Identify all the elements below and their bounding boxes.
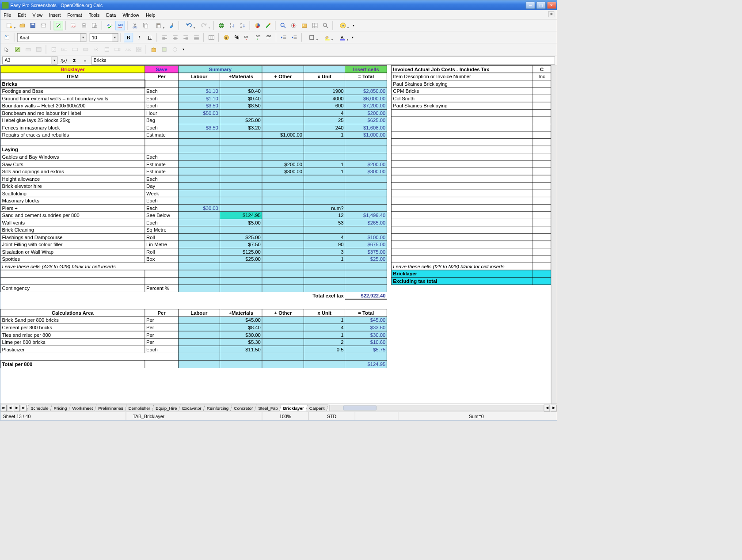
cell-materials[interactable]: $8.50 [220,102,262,110]
cell-materials[interactable]: $0.40 [220,95,262,102]
cell-item[interactable]: Brick Cleaning [0,226,145,234]
form-design-button[interactable] [160,45,169,54]
hscroll-right[interactable]: ▶ [551,404,557,411]
form-nav-button[interactable] [170,45,179,54]
print-button[interactable] [79,21,88,30]
cell-total[interactable]: $25.00 [345,255,387,263]
cell-total[interactable]: $625.00 [345,117,387,124]
cell-per[interactable]: Each [145,124,179,131]
doc-close-button[interactable]: ✕ [548,11,555,18]
cell-labour[interactable] [179,219,220,226]
cell-labour[interactable] [179,233,220,241]
cell-materials[interactable] [220,160,262,168]
cell-unit[interactable]: 600 [304,102,345,110]
cell-unit[interactable] [304,183,345,190]
cell-other[interactable] [262,197,304,205]
cell-total[interactable]: $300.00 [345,168,387,175]
tab-prev-button[interactable]: ◀ [8,404,14,411]
cell-labour[interactable]: $30.00 [179,204,220,212]
cell-labour[interactable]: $3.50 [179,124,220,131]
cell-total[interactable] [345,204,387,212]
form-button[interactable] [34,45,43,54]
close-button[interactable]: ✕ [547,2,556,9]
cell-per[interactable]: Bag [145,117,179,124]
option-button-button[interactable] [91,45,101,54]
font-color-button[interactable]: A [335,33,350,42]
cell-total[interactable]: $33.60 [345,324,387,331]
cell-other[interactable] [262,324,304,331]
bgcolor-button[interactable] [320,33,334,42]
cell-other[interactable] [262,117,304,124]
cell-total[interactable]: $2,850.00 [345,88,387,95]
cell-labour[interactable] [179,197,220,205]
cell-unit[interactable]: 4 [304,233,345,241]
currency-button[interactable]: $ [222,33,231,42]
cell-other[interactable] [262,241,304,248]
cell-item[interactable]: Bondbeam and reo labour for Hebel [0,109,145,117]
cell-per[interactable]: Estimate [145,160,179,168]
decrease-indent-button[interactable] [279,33,289,42]
del-decimal-button[interactable]: .000− [264,33,274,42]
cell-other[interactable]: $200.00 [262,160,304,168]
sheet-tab-demolisher[interactable]: Demolisher [125,404,154,411]
cell-other[interactable] [262,248,304,255]
cellref-dropdown-icon[interactable]: ▾ [51,56,57,64]
sheet-tab-concretor[interactable]: Concretor [230,404,256,411]
right-cell[interactable] [392,124,533,131]
cell-per[interactable]: Roll [145,248,179,255]
cell-materials[interactable] [220,131,262,139]
export-pdf-button[interactable]: PDF [68,21,78,30]
contingency-per[interactable]: Percent % [145,285,179,292]
cell-unit[interactable]: 1 [304,316,345,324]
menu-window[interactable]: Window [119,12,142,17]
cell-materials[interactable]: $124.95 [220,212,262,219]
cell-per[interactable]: Each [145,219,179,226]
cell-per[interactable]: Per [145,316,179,324]
gallery-button[interactable] [300,21,309,30]
cell-item[interactable]: Cement per 800 bricks [0,324,145,331]
cell-per[interactable]: Hour [145,109,179,117]
chart-button[interactable] [253,21,262,30]
increase-indent-button[interactable] [290,33,299,42]
section-laying[interactable]: Laying [0,146,145,153]
cell-item[interactable]: Spotties [0,255,145,263]
undo-button[interactable] [182,21,196,30]
cell-other[interactable] [262,88,304,95]
tab-last-button[interactable]: ⏭ [21,404,27,411]
formula-input[interactable] [91,56,555,64]
cell-total[interactable]: $6,000.00 [345,95,387,102]
standard-format-button[interactable]: $%✕ [243,33,252,42]
font-dropdown-icon[interactable]: ▾ [80,33,87,42]
menu-help[interactable]: Help [142,12,159,17]
cell-materials[interactable] [220,197,262,205]
cell-unit[interactable]: 1 [304,331,345,339]
copy-button[interactable] [141,21,150,30]
cell-total[interactable]: $375.00 [345,248,387,255]
cut-button[interactable] [130,21,140,30]
cell-unit[interactable]: 4000 [304,95,345,102]
sheet-tab-equip_hire[interactable]: Equip_Hire [152,404,181,411]
cell-total[interactable] [345,175,387,183]
cell-other[interactable] [262,339,304,346]
cell-item[interactable]: Joint Filling with colour filler [0,241,145,248]
cell-labour[interactable] [179,168,220,175]
redo-button[interactable] [197,21,211,30]
cell-other[interactable]: $1,000.00 [262,131,304,139]
section-bricks[interactable]: Bricks [0,80,145,88]
cell-item[interactable]: Hebel glue lays 25 blocks 25kg [0,117,145,124]
spellcheck-button[interactable]: ABC [105,21,114,30]
right-cell[interactable]: Col Smith [392,95,533,102]
paste-button[interactable] [152,21,166,30]
cell-item[interactable]: Ties and misc per 800 [0,331,145,339]
cell-per[interactable]: Estimate [145,168,179,175]
cell-total[interactable] [345,153,387,161]
find-button[interactable] [278,21,288,30]
cell-unit[interactable]: 4 [304,109,345,117]
cell-labour[interactable] [179,153,220,161]
sum-button[interactable]: Σ [70,56,79,64]
cell-item[interactable]: Flashings and Dampcourse [0,233,145,241]
horizontal-scrollbar[interactable] [330,405,544,411]
cell-labour[interactable] [179,324,220,331]
cell-unit[interactable]: 240 [304,124,345,131]
cell-labour[interactable] [179,255,220,263]
